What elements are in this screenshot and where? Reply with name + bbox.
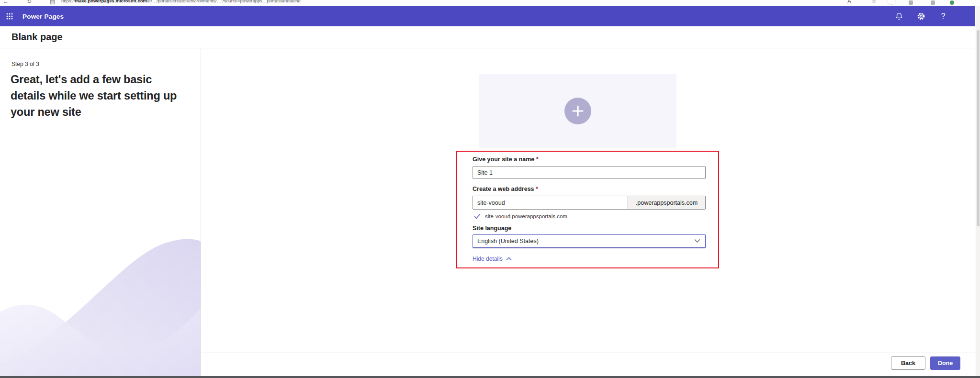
web-address-validation: site-vooud.powerappsportals.com xyxy=(473,213,704,219)
browser-page-info-icon[interactable]: ▤ xyxy=(50,0,55,5)
required-asterisk: * xyxy=(536,186,538,192)
decorative-wave xyxy=(0,234,201,378)
wizard-sidebar: Step 3 of 3 Great, let's add a few basic… xyxy=(0,49,201,378)
help-icon[interactable]: ? xyxy=(938,11,948,21)
checkmark-icon xyxy=(474,213,481,219)
step-indicator: Step 3 of 3 xyxy=(11,61,39,67)
chevron-up-icon xyxy=(506,257,512,261)
back-button[interactable]: Back xyxy=(891,356,925,370)
footer-divider xyxy=(202,353,975,353)
validation-text: site-vooud.powerappsportals.com xyxy=(485,213,567,219)
browser-refresh-icon[interactable]: ↻ xyxy=(27,0,32,5)
hide-details-link[interactable]: Hide details xyxy=(473,256,512,262)
browser-read-aloud-icon[interactable]: A xyxy=(847,0,851,5)
site-name-input[interactable] xyxy=(473,166,706,179)
window-bottom-edge xyxy=(0,376,980,378)
site-name-label: Give your site a name * xyxy=(473,156,704,163)
url-prefix: https:// xyxy=(61,0,75,3)
required-asterisk: * xyxy=(536,156,539,163)
wizard-heading: Great, let's add a few basic details whi… xyxy=(11,71,179,120)
page-title-bar: Blank page xyxy=(0,26,975,48)
url-domain: make.powerpages.microsoft.com xyxy=(75,0,147,3)
app-header: Power Pages ? xyxy=(0,6,975,26)
power-pages-window: ← ↻ ▤ https://make.powerpages.microsoft.… xyxy=(0,0,980,378)
app-title: Power Pages xyxy=(23,13,64,20)
address-bar-url[interactable]: https://make.powerpages.microsoft.com/e/… xyxy=(61,0,301,3)
browser-chrome: ← ↻ ▤ https://make.powerpages.microsoft.… xyxy=(0,0,980,6)
browser-extension-green-icon[interactable] xyxy=(950,0,954,5)
done-button[interactable]: Done xyxy=(930,356,960,370)
chevron-down-icon xyxy=(694,239,700,243)
site-details-form: Give your site a name * Create a web add… xyxy=(456,151,719,268)
app-launcher-waffle-icon[interactable] xyxy=(6,13,13,20)
plus-icon xyxy=(564,98,591,124)
web-address-input[interactable] xyxy=(473,196,628,209)
page-title: Blank page xyxy=(11,32,63,43)
web-address-group: .powerappsportals.com xyxy=(473,196,706,210)
browser-back-icon[interactable]: ← xyxy=(3,0,9,5)
settings-gear-icon[interactable] xyxy=(916,11,926,21)
web-address-label: Create a web address * xyxy=(473,186,704,192)
browser-extension-icon[interactable] xyxy=(909,0,913,5)
footer-actions: Back Done xyxy=(891,356,960,370)
site-preview-placeholder xyxy=(479,74,676,148)
scrollbar-track[interactable] xyxy=(976,6,980,376)
site-language-dropdown[interactable]: English (United States) xyxy=(473,234,706,248)
site-language-value: English (United States) xyxy=(477,238,539,245)
site-language-label: Site language xyxy=(473,225,704,232)
url-path: /e/…/portals/creator/environments/…?sour… xyxy=(147,0,301,3)
address-bar-pill-edge xyxy=(887,0,896,5)
browser-extension-icon[interactable] xyxy=(931,0,935,5)
header-icon-group: ? xyxy=(894,6,948,26)
browser-bookmark-star-icon[interactable]: ☆ xyxy=(871,0,877,5)
scrollbar-thumb[interactable] xyxy=(977,30,980,226)
notifications-bell-icon[interactable] xyxy=(894,11,904,21)
web-address-suffix: .powerappsportals.com xyxy=(628,196,705,209)
